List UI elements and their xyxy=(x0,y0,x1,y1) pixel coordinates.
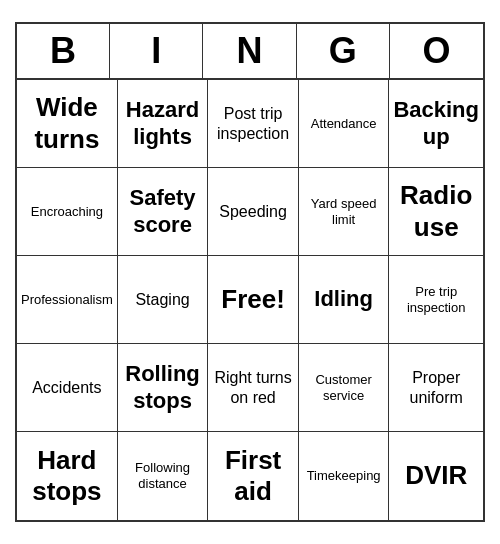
bingo-cell: Staging xyxy=(118,256,209,344)
bingo-cell: Attendance xyxy=(299,80,390,168)
cell-text: Attendance xyxy=(311,116,377,132)
bingo-cell: Accidents xyxy=(17,344,118,432)
bingo-cell: Professionalism xyxy=(17,256,118,344)
bingo-header: BINGO xyxy=(17,24,483,80)
cell-text: Following distance xyxy=(122,460,204,491)
bingo-cell: Radio use xyxy=(389,168,483,256)
cell-text: Speeding xyxy=(219,202,287,221)
cell-text: Hard stops xyxy=(21,445,113,507)
cell-text: DVIR xyxy=(405,460,467,491)
cell-text: Radio use xyxy=(393,180,479,242)
bingo-cell: First aid xyxy=(208,432,299,520)
bingo-grid: Wide turnsHazard lightsPost trip inspect… xyxy=(17,80,483,520)
cell-text: Hazard lights xyxy=(122,97,204,150)
header-letter: O xyxy=(390,24,483,78)
cell-text: Professionalism xyxy=(21,292,113,308)
cell-text: Rolling stops xyxy=(122,361,204,414)
bingo-cell: Safety score xyxy=(118,168,209,256)
bingo-cell: Backing up xyxy=(389,80,483,168)
bingo-card: BINGO Wide turnsHazard lightsPost trip i… xyxy=(15,22,485,522)
header-letter: N xyxy=(203,24,296,78)
cell-text: First aid xyxy=(212,445,294,507)
bingo-cell: Rolling stops xyxy=(118,344,209,432)
cell-text: Proper uniform xyxy=(393,368,479,406)
cell-text: Encroaching xyxy=(31,204,103,220)
bingo-cell: Post trip inspection xyxy=(208,80,299,168)
bingo-cell: Pre trip inspection xyxy=(389,256,483,344)
cell-text: Free! xyxy=(221,284,285,315)
bingo-cell: Idling xyxy=(299,256,390,344)
cell-text: Customer service xyxy=(303,372,385,403)
bingo-cell: DVIR xyxy=(389,432,483,520)
cell-text: Timekeeping xyxy=(307,468,381,484)
bingo-cell: Encroaching xyxy=(17,168,118,256)
cell-text: Wide turns xyxy=(21,92,113,154)
bingo-cell: Hazard lights xyxy=(118,80,209,168)
cell-text: Yard speed limit xyxy=(303,196,385,227)
bingo-cell: Timekeeping xyxy=(299,432,390,520)
bingo-cell: Wide turns xyxy=(17,80,118,168)
bingo-cell: Hard stops xyxy=(17,432,118,520)
header-letter: G xyxy=(297,24,390,78)
bingo-cell: Proper uniform xyxy=(389,344,483,432)
cell-text: Accidents xyxy=(32,378,101,397)
bingo-cell: Following distance xyxy=(118,432,209,520)
header-letter: B xyxy=(17,24,110,78)
bingo-cell: Free! xyxy=(208,256,299,344)
bingo-cell: Yard speed limit xyxy=(299,168,390,256)
cell-text: Safety score xyxy=(122,185,204,238)
bingo-cell: Customer service xyxy=(299,344,390,432)
bingo-cell: Speeding xyxy=(208,168,299,256)
cell-text: Right turns on red xyxy=(212,368,294,406)
cell-text: Staging xyxy=(135,290,189,309)
cell-text: Idling xyxy=(314,286,373,312)
cell-text: Pre trip inspection xyxy=(393,284,479,315)
cell-text: Post trip inspection xyxy=(212,104,294,142)
header-letter: I xyxy=(110,24,203,78)
bingo-cell: Right turns on red xyxy=(208,344,299,432)
cell-text: Backing up xyxy=(393,97,479,150)
